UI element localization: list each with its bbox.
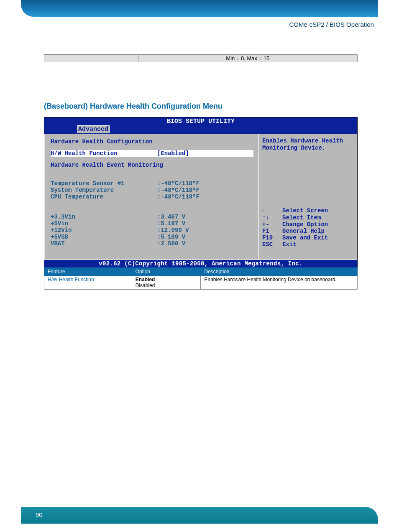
feature-option: Disabled (136, 283, 197, 288)
bios-item-hw-health[interactable]: H/W Health Function [Enabled] (51, 150, 253, 157)
nav-key-icon: ↑↓ (262, 214, 282, 221)
voltage-row: +12Vin :12.099 V (51, 227, 253, 234)
sensor-row: Temperature Sensor #1 :-48ºC/118ºF (51, 180, 253, 187)
bios-heading-monitoring: Hardware Health Event Monitoring (51, 162, 253, 168)
feature-option: Enabled (136, 277, 155, 283)
nav-text: Change Option (282, 221, 328, 228)
section-title: (Baseboard) Hardware Health Configuratio… (44, 102, 223, 111)
nav-key-icon: F1 (262, 228, 282, 234)
sensor-value: :-48ºC/118ºF (157, 180, 200, 187)
sensor-row: System Temperature :-48ºC/118ºF (51, 187, 253, 193)
bios-tab-advanced[interactable]: Advanced (77, 125, 110, 133)
bios-window: BIOS SETUP UTILITY Advanced Hardware Hea… (44, 117, 358, 268)
voltage-value: :12.099 V (157, 227, 189, 234)
breadcrumb: COMe-cSP2 / BIOS Operation (289, 21, 374, 28)
minmax-table: Min = 0, Max = 15 (44, 54, 358, 62)
voltage-label: VBAT (51, 240, 157, 247)
nav-key-icon: ESC (262, 241, 282, 248)
feature-header-description: Description (201, 268, 358, 276)
bios-help-text: Enables Hardware Health Monitoring Devic… (262, 137, 353, 152)
voltage-row: +3.3Vin :3.467 V (51, 214, 253, 220)
nav-text: Select Item (282, 214, 321, 221)
feature-name: H/W Health Function (44, 276, 132, 290)
feature-row: H/W Health Function Enabled Disabled Ena… (44, 276, 358, 290)
voltage-label: +5VSB (51, 234, 157, 240)
sensor-value: :-48ºC/118ºF (157, 187, 200, 193)
bios-right-pane: Enables Hardware Health Monitoring Devic… (258, 134, 357, 260)
bios-tabs: Advanced (44, 125, 357, 134)
feature-description: Enables Hardware Health Monitoring Devic… (201, 276, 358, 290)
bios-item-value: [Enabled] (157, 150, 189, 157)
sensor-row: CPU Temperature :-48ºC/118ºF (51, 193, 253, 200)
minmax-col2: Min = 0, Max = 15 (138, 55, 357, 62)
bios-left-pane: Hardware Health Configuration H/W Health… (44, 134, 258, 260)
voltage-label: +3.3Vin (51, 214, 157, 220)
sensor-value: :-48ºC/118ºF (157, 193, 200, 200)
voltage-label: +12Vin (51, 227, 157, 234)
voltage-row: VBAT :2.580 V (51, 240, 253, 247)
voltage-value: :3.467 V (157, 214, 185, 220)
nav-text: Select Screen (282, 207, 328, 214)
voltage-value: :5.187 V (157, 220, 185, 227)
bios-heading-config: Hardware Health Configuration (51, 138, 253, 145)
nav-text: Exit (282, 241, 297, 248)
voltage-row: +5Vin :5.187 V (51, 220, 253, 227)
bios-item-label: H/W Health Function (51, 150, 157, 157)
nav-key-icon: +- (262, 221, 282, 228)
bios-titlebar: BIOS SETUP UTILITY (44, 117, 357, 125)
voltage-label: +5Vin (51, 220, 157, 227)
nav-key-icon: F10 (262, 234, 282, 241)
nav-text: Save and Exit (282, 234, 328, 241)
feature-table: Feature Option Description H/W Health Fu… (44, 267, 358, 290)
voltage-row: +5VSB :5.189 V (51, 234, 253, 240)
voltage-value: :5.189 V (157, 234, 185, 240)
feature-options: Enabled Disabled (132, 276, 201, 290)
feature-header-feature: Feature (44, 268, 132, 276)
bios-footer: v02.62 (C)Copyright 1985-2008, American … (44, 260, 357, 267)
nav-text: General Help (282, 228, 325, 234)
header-bar (21, 0, 378, 17)
sensor-label: Temperature Sensor #1 (51, 180, 157, 187)
sensor-label: CPU Temperature (51, 193, 157, 200)
bios-nav-help: ←Select Screen ↑↓Select Item +-Change Op… (262, 207, 353, 255)
minmax-col1 (44, 55, 138, 62)
voltage-value: :2.580 V (157, 240, 185, 247)
nav-key-icon: ← (262, 207, 282, 214)
sensor-label: System Temperature (51, 187, 157, 193)
page-footer: 90 (21, 507, 378, 524)
feature-header-option: Option (132, 268, 201, 276)
page-number: 90 (36, 511, 43, 518)
